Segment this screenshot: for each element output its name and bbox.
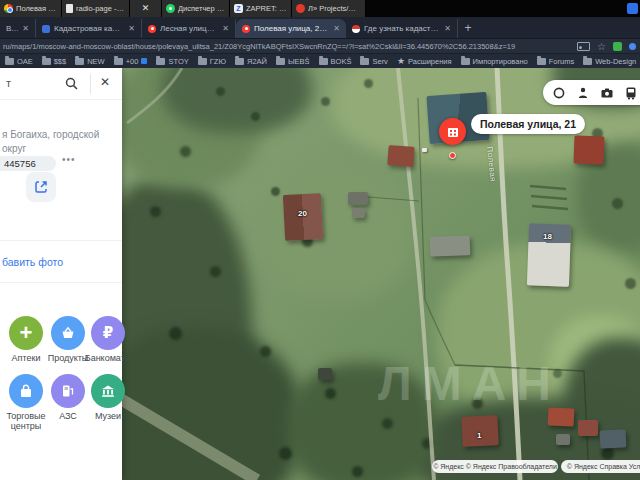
bookmark-folder[interactable]: ЫЕВŠ: [276, 57, 310, 66]
folder-icon: [537, 58, 546, 65]
placemark-label[interactable]: Полевая улица, 21: [471, 114, 585, 134]
divider: [0, 240, 122, 241]
share-button[interactable]: [26, 172, 56, 202]
address-input[interactable]: ru/maps/1/moscow-and-moscow-oblast/house…: [0, 42, 540, 51]
taskbar-close-button[interactable]: ✕: [130, 0, 162, 17]
tab-close-icon[interactable]: ✕: [444, 24, 451, 33]
folder-icon: [198, 58, 207, 65]
bookmark-folder[interactable]: Web-Design: [583, 57, 636, 66]
bookmark-folder[interactable]: Serv: [360, 57, 387, 66]
divider: [90, 74, 91, 94]
bookmark-folder[interactable]: $$$: [42, 57, 67, 66]
building: [578, 420, 598, 436]
tab-title: Лесная улица, 21 на карте М: [160, 24, 218, 33]
map-controls: [543, 80, 640, 105]
tab-lesnaya[interactable]: Лесная улица, 21 на карте М ✕: [142, 19, 236, 38]
category-museums[interactable]: Музеи: [82, 374, 134, 421]
screen: Полевая улица, 21... radio-page - Видео.…: [0, 0, 640, 480]
car: [422, 148, 427, 152]
search-bar[interactable]: т ✕: [0, 68, 122, 100]
building: [574, 135, 605, 164]
close-icon: ✕: [142, 0, 150, 17]
extension-icon-blue[interactable]: [629, 43, 636, 50]
bookmarks-bar: ОАЕ $$$ NEW +00 STOY ГZЮ Я2АЙ ЫЕВŠ BOKŠ …: [0, 53, 640, 68]
bookmark-folder[interactable]: STOY: [156, 57, 188, 66]
basket-icon: [60, 325, 76, 341]
tab-polevaya-active[interactable]: Полевая улица, 21 на к ✕: [236, 19, 346, 38]
taskbar-item-projects[interactable]: Л» Projects/Hou...: [292, 0, 366, 17]
url-bar: ru/maps/1/moscow-and-moscow-oblast/house…: [0, 38, 640, 53]
bookmark-folder[interactable]: ГZЮ: [198, 57, 226, 66]
help-links[interactable]: © Яндекс Справка Условия ис: [561, 460, 640, 473]
category-atms[interactable]: ₽ Банкоматы: [82, 316, 134, 363]
add-photo-link[interactable]: бавить фото: [2, 256, 63, 268]
tab-close-icon[interactable]: ✕: [128, 24, 135, 33]
copyright-attribution[interactable]: © Яндекс © Яндекс Правообладатели: [432, 460, 558, 473]
taskbar-item-label: Л» Projects/Hou...: [308, 4, 361, 13]
close-icon[interactable]: ✕: [100, 75, 110, 89]
folder-icon: [360, 58, 369, 65]
taskbar-item-radio-page[interactable]: radio-page - Видео...: [62, 0, 130, 17]
favicon-kadastr: [42, 25, 50, 33]
share-icon: [33, 179, 49, 195]
tab-close-icon[interactable]: ✕: [22, 24, 29, 33]
house-number: 18: [543, 232, 552, 241]
bookmark-folder[interactable]: Импортировано: [461, 57, 528, 66]
panoramas-icon[interactable]: [576, 86, 590, 100]
z-shield-icon: Z: [234, 4, 243, 13]
folder-icon: [5, 58, 14, 65]
shopping-bag-icon: [18, 383, 34, 399]
extension-icon-green[interactable]: [613, 42, 622, 51]
more-icon[interactable]: •••: [62, 154, 76, 165]
bookmark-star-icon[interactable]: ☆: [597, 39, 606, 54]
taskbar-item-label: Диспетчер задач...: [178, 4, 225, 13]
building: [387, 145, 414, 167]
satellite-map[interactable]: ЛМАН Полевая 20 18 1 Полевая улица, 21: [122, 68, 640, 480]
building: [556, 434, 570, 445]
tab-strip: ВОЗ/ОО ✕ Кадастровая карта России он ✕ Л…: [0, 17, 640, 38]
bookmark-folder[interactable]: Forums: [537, 57, 574, 66]
tab-kadastr-map[interactable]: Кадастровая карта России он ✕: [36, 19, 142, 38]
transport-bus-icon[interactable]: [624, 86, 638, 100]
bookmark-folder[interactable]: Я2АЙ: [235, 57, 267, 66]
placemark-icon[interactable]: [439, 118, 466, 145]
photos-camera-icon[interactable]: [600, 86, 614, 100]
tab-partial[interactable]: ВОЗ/ОО ✕: [0, 19, 36, 38]
search-input[interactable]: т: [6, 77, 11, 89]
place-card: т ✕ я Богаиха, городской округ 141654 44…: [0, 68, 122, 480]
map-watermark: ЛМАН: [378, 356, 561, 411]
tab-close-icon[interactable]: ✕: [222, 24, 229, 33]
taskbar-item-label: Полевая улица, 21...: [16, 4, 57, 13]
page-content: ЛМАН Полевая 20 18 1 Полевая улица, 21: [0, 68, 640, 480]
folder-icon: [42, 58, 51, 65]
coordinates-pill[interactable]: 445756: [0, 156, 56, 171]
house-number: 20: [298, 209, 307, 218]
taskbar-item-label: ZAPRET: Ultimate Fix: [246, 4, 287, 13]
favicon-article: [352, 25, 360, 33]
bookmark-folder[interactable]: NEW: [75, 57, 105, 66]
bookmark-folder[interactable]: BOKŠ: [319, 57, 352, 66]
app-icon[interactable]: [627, 3, 638, 14]
building: [318, 368, 332, 380]
taskbar-item-task-manager[interactable]: Диспетчер задач...: [162, 0, 230, 17]
whatsapp-icon: [166, 4, 175, 13]
bookmark-folder[interactable]: +00: [114, 57, 148, 66]
tab-close-icon[interactable]: ✕: [333, 24, 340, 33]
tab-title: Полевая улица, 21 на к: [254, 24, 329, 33]
new-tab-button[interactable]: +: [458, 19, 478, 38]
taskbar-item-zapret[interactable]: Z ZAPRET: Ultimate Fix: [230, 0, 292, 17]
bookmark-folder[interactable]: ОАЕ: [5, 57, 33, 66]
cast-icon[interactable]: [577, 42, 590, 51]
bookmark-extensions[interactable]: ★Расширения: [397, 56, 452, 66]
folder-icon: [114, 58, 123, 65]
taskbar-item-maps[interactable]: Полевая улица, 21...: [0, 0, 62, 17]
favicon-blue: [141, 58, 147, 64]
layers-ring-icon[interactable]: [552, 86, 566, 100]
favicon-yandex-maps: [148, 25, 156, 33]
tab-kadastr-number[interactable]: Где узнать кадастровый ном ✕: [346, 19, 458, 38]
folder-icon: [583, 58, 592, 65]
building: [430, 235, 471, 256]
folder-icon: [75, 58, 84, 65]
search-icon[interactable]: [64, 76, 79, 95]
ruble-icon: ₽: [103, 324, 113, 342]
